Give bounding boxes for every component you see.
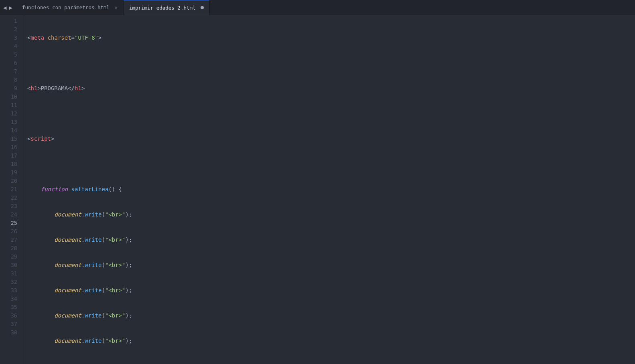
line-number[interactable]: 1	[0, 17, 17, 25]
line-number[interactable]: 20	[0, 177, 17, 185]
line-number[interactable]: 5	[0, 51, 17, 59]
tab-inactive[interactable]: funciones con parámetros.html ×	[16, 0, 124, 15]
line-number[interactable]: 38	[0, 328, 17, 337]
line-number[interactable]: 34	[0, 295, 17, 303]
line-number[interactable]: 37	[0, 320, 17, 328]
line-number[interactable]: 24	[0, 210, 17, 219]
line-number[interactable]: 22	[0, 194, 17, 202]
gutter: 1234567891011121314151617181920212223242…	[0, 15, 24, 364]
line-number[interactable]: 17	[0, 152, 17, 160]
tab-bar: ◀ ▶ funciones con parámetros.html × impr…	[0, 0, 635, 15]
dirty-indicator-icon[interactable]	[201, 6, 204, 9]
line-number[interactable]: 18	[0, 160, 17, 168]
line-number[interactable]: 35	[0, 303, 17, 311]
line-number[interactable]: 30	[0, 261, 17, 269]
line-number[interactable]: 14	[0, 126, 17, 135]
close-icon[interactable]: ×	[114, 4, 118, 10]
nav-arrows: ◀ ▶	[0, 0, 16, 15]
line-number[interactable]: 23	[0, 202, 17, 210]
line-number[interactable]: 11	[0, 101, 17, 109]
line-number[interactable]: 27	[0, 236, 17, 244]
line-number[interactable]: 8	[0, 76, 17, 84]
nav-forward-icon[interactable]: ▶	[8, 4, 13, 12]
line-number[interactable]: 15	[0, 135, 17, 143]
line-number[interactable]: 4	[0, 42, 17, 51]
line-number[interactable]: 2	[0, 25, 17, 34]
line-number[interactable]: 33	[0, 286, 17, 295]
code-area[interactable]: <meta charset="UTF-8"> <h1>PROGRAMA</h1>…	[24, 15, 635, 364]
nav-back-icon[interactable]: ◀	[2, 4, 7, 12]
line-number[interactable]: 12	[0, 109, 17, 118]
line-number[interactable]: 32	[0, 278, 17, 286]
line-number[interactable]: 16	[0, 143, 17, 152]
line-number[interactable]: 29	[0, 253, 17, 261]
line-number[interactable]: 3	[0, 34, 17, 42]
line-number[interactable]: 9	[0, 84, 17, 93]
line-number[interactable]: 10	[0, 93, 17, 101]
line-number[interactable]: 19	[0, 168, 17, 177]
line-number[interactable]: 7	[0, 67, 17, 76]
line-number[interactable]: 28	[0, 244, 17, 253]
line-number[interactable]: 21	[0, 185, 17, 194]
tab-active[interactable]: imprimir edades 2.html	[124, 0, 210, 15]
tab-title: imprimir edades 2.html	[129, 5, 196, 11]
line-number[interactable]: 31	[0, 269, 17, 278]
tab-title: funciones con parámetros.html	[22, 4, 110, 10]
line-number[interactable]: 26	[0, 227, 17, 236]
line-number[interactable]: 13	[0, 118, 17, 126]
line-number[interactable]: 25	[0, 219, 17, 227]
editor: 1234567891011121314151617181920212223242…	[0, 15, 635, 364]
line-number[interactable]: 36	[0, 311, 17, 320]
line-number[interactable]: 6	[0, 59, 17, 67]
